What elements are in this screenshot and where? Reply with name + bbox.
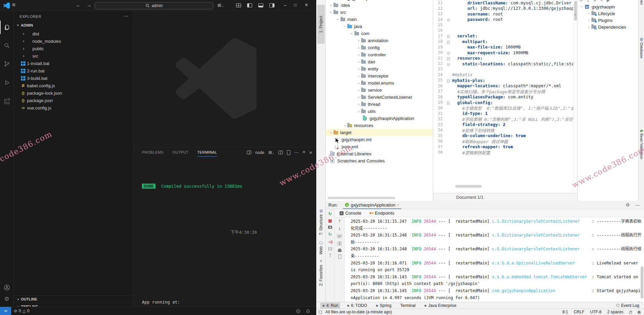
- close-panel-icon[interactable]: ×: [309, 150, 312, 155]
- fold-marker-icon[interactable]: [445, 33, 452, 38]
- explorer-icon[interactable]: [0, 21, 13, 34]
- project-tree-item[interactable]: model.enums: [326, 80, 433, 87]
- project-tree-item[interactable]: gxjyzhaopin.iml: [326, 136, 433, 143]
- search-input[interactable]: admin: [95, 2, 213, 9]
- copilot-icon[interactable]: ⊞⌄: [217, 3, 224, 8]
- database-tool-button[interactable]: Database: [639, 38, 644, 58]
- customize-layout-icon[interactable]: [236, 3, 241, 7]
- outline-section[interactable]: OUTLINE: [13, 295, 133, 303]
- project-tree-item[interactable]: controller: [326, 51, 433, 58]
- exit-icon[interactable]: →]: [328, 240, 332, 244]
- console-scrollbar[interactable]: [641, 266, 643, 298]
- line-ending[interactable]: CRLF: [574, 310, 584, 314]
- project-tree-item[interactable]: Scratches and Consoles: [326, 157, 433, 164]
- soft-wrap-icon[interactable]: ↵: [337, 234, 342, 239]
- project-tree-item[interactable]: entity: [326, 65, 433, 72]
- explorer-item[interactable]: 1-install.bat: [13, 60, 133, 67]
- toggle-toolwindows-icon[interactable]: [319, 311, 322, 314]
- maximize-panel-icon[interactable]: ^: [303, 150, 305, 155]
- project-tree-item[interactable]: main: [326, 16, 433, 23]
- project-tree-item[interactable]: target: [326, 129, 433, 136]
- maven-tree-item[interactable]: gxjyzhaopin: [578, 3, 638, 10]
- event-log-button[interactable]: Event Log: [616, 303, 639, 308]
- panel-more-icon[interactable]: ⋯: [208, 150, 212, 155]
- menu-icon[interactable]: ≡: [12, 2, 16, 8]
- structure-tool-button[interactable]: 7: Structure: [316, 210, 326, 235]
- panel-tab[interactable]: PROBLEMS: [142, 150, 164, 157]
- project-tree-item[interactable]: config: [326, 44, 433, 51]
- minimize-button[interactable]: –: [284, 2, 287, 8]
- panel-tab[interactable]: TERMINAL: [197, 150, 217, 157]
- endpoints-tab[interactable]: Endpoints: [370, 211, 394, 216]
- yaml-editor[interactable]: 11 driverClassName: com.mysql.cj.jdbc.Dr…: [433, 0, 577, 193]
- editor-vertical-scrollbar[interactable]: ˅: [573, 0, 577, 193]
- new-terminal-icon[interactable]: ⊞⌄: [268, 150, 274, 155]
- readonly-lock-icon[interactable]: [629, 312, 632, 314]
- toggle-secondary-sidebar-icon[interactable]: [269, 3, 274, 7]
- explorer-item[interactable]: vue.config.js: [13, 104, 133, 112]
- search-sidebar-icon[interactable]: [0, 39, 13, 52]
- tool-window-button[interactable]: ▪ 6: TODO: [345, 303, 369, 309]
- close-tab-icon[interactable]: ×: [397, 203, 399, 207]
- tool-window-button[interactable]: ▪ Terminal: [398, 303, 417, 309]
- project-tree-item[interactable]: interceptor: [326, 72, 433, 80]
- indent-size[interactable]: 2 spaces: [607, 310, 623, 314]
- tool-window-button[interactable]: ▪ Java Enterprise: [422, 303, 458, 309]
- run-config-tab[interactable]: s gxjyzhaopinApplication ×: [345, 201, 399, 209]
- explorer-item[interactable]: 3-build.bat: [13, 74, 133, 82]
- hide-panel-icon[interactable]: —: [635, 202, 640, 208]
- project-tree-item[interactable]: annotation: [326, 37, 433, 44]
- maximize-button[interactable]: □: [294, 3, 296, 7]
- restore-layout-icon[interactable]: [328, 247, 332, 250]
- file-encoding[interactable]: UTF-8: [590, 310, 602, 314]
- explorer-item[interactable]: babel.config.js: [13, 82, 133, 89]
- panel-tab[interactable]: OUTPUT: [172, 150, 188, 157]
- shell-name[interactable]: node: [255, 150, 264, 155]
- settings-gear-icon[interactable]: ⚙: [0, 292, 13, 306]
- explorer-item[interactable]: package-lock.json: [13, 89, 133, 97]
- project-tool-button[interactable]: 1: Project: [317, 5, 325, 44]
- explorer-section-admin[interactable]: ADMIN: [13, 21, 133, 29]
- project-tree-item[interactable]: resources: [326, 122, 433, 129]
- up-stack-icon[interactable]: ↑: [338, 219, 341, 224]
- explorer-item[interactable]: package.json: [13, 97, 133, 104]
- console-tab[interactable]: ▸ Console: [340, 211, 361, 216]
- fold-marker-icon[interactable]: [445, 78, 452, 83]
- restart-spring-icon[interactable]: ↻: [328, 232, 332, 237]
- run-maven-icon[interactable]: ▶: [607, 0, 610, 3]
- problems-status[interactable]: ⊘0 △0: [14, 309, 30, 313]
- project-tree-item[interactable]: service: [326, 87, 433, 94]
- project-tree-item[interactable]: utils: [326, 108, 433, 115]
- explorer-item[interactable]: 2-run.bat: [13, 67, 133, 74]
- favorites-tool-button[interactable]: ★ 2: Favorites: [316, 259, 326, 286]
- maven-tree-item[interactable]: Dependencies: [578, 24, 638, 30]
- stop-icon[interactable]: [328, 219, 332, 223]
- profiles-icon[interactable]: ≡: [593, 0, 596, 3]
- explorer-more-icon[interactable]: ⋯: [123, 13, 128, 19]
- toggle-sidebar-icon[interactable]: [247, 3, 252, 7]
- fold-marker-icon[interactable]: [445, 61, 452, 66]
- more-actions-icon[interactable]: ⋯: [294, 150, 299, 155]
- feedback-icon[interactable]: [296, 309, 300, 313]
- fold-marker-icon[interactable]: [445, 17, 452, 22]
- tool-window-button[interactable]: ▪ Spring: [374, 303, 393, 309]
- notifications-bell-icon[interactable]: [306, 309, 310, 313]
- pin-tab-icon[interactable]: [329, 253, 331, 255]
- explorer-item[interactable]: node_modules: [13, 37, 133, 45]
- download-icon[interactable]: ↓: [586, 0, 590, 3]
- editor-horizontal-scrollbar[interactable]: [455, 185, 481, 188]
- fold-marker-icon[interactable]: [445, 50, 452, 55]
- forward-icon[interactable]: →: [86, 2, 91, 8]
- highlighting-level-icon[interactable]: [638, 311, 641, 314]
- tool-window-button[interactable]: ▪ 4: Run: [320, 303, 340, 309]
- console-log[interactable]: 2025-03-20 16:31:15.247 INFO 26544 --- […: [345, 217, 641, 301]
- down-stack-icon[interactable]: ↓: [338, 226, 341, 231]
- explorer-item[interactable]: public: [13, 45, 133, 52]
- clear-console-icon[interactable]: [338, 255, 341, 259]
- fold-marker-icon[interactable]: [445, 100, 452, 105]
- split-terminal-icon[interactable]: [279, 151, 283, 154]
- print-icon[interactable]: [338, 250, 342, 252]
- close-button[interactable]: ×: [305, 2, 308, 8]
- refresh-icon[interactable]: ⟳: [580, 0, 583, 3]
- toggle-panel-icon[interactable]: [258, 3, 263, 7]
